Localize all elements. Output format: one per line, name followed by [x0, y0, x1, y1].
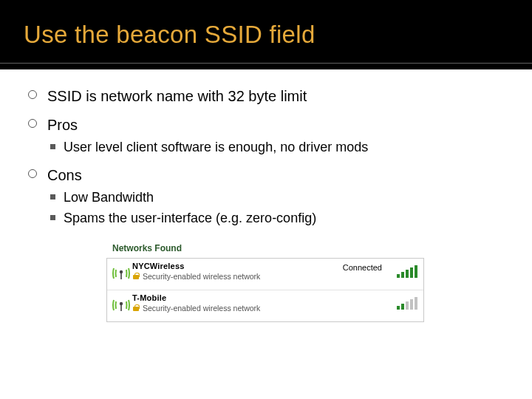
svg-rect-3	[120, 304, 122, 311]
bullet-label: Cons	[47, 167, 82, 183]
sub-bullet-list: User level client software is enough, no…	[47, 139, 504, 156]
lock-icon	[132, 304, 140, 312]
bullet-list: SSID is network name with 32 byte limit …	[28, 87, 504, 227]
network-security: Security-enabled wireless network	[132, 272, 417, 281]
bullet-item: Pros User level client software is enoug…	[28, 116, 504, 156]
network-row: T-Mobile Security-enabled wireless netwo…	[107, 290, 423, 321]
title-divider	[0, 63, 532, 64]
network-security: Security-enabled wireless network	[132, 304, 417, 313]
sub-bullet: User level client software is enough, no…	[47, 139, 504, 156]
sub-bullet: Spams the user-interface (e.g. zero-conf…	[47, 210, 504, 227]
network-status: Connected	[343, 263, 382, 272]
networks-header: Networks Found	[112, 243, 424, 253]
sub-bullet: Low Bandwidth	[47, 189, 504, 206]
bullet-item: SSID is network name with 32 byte limit	[28, 87, 504, 106]
slide-title: Use the beacon SSID field	[24, 21, 316, 49]
wifi-antenna-icon	[112, 263, 131, 285]
network-meta: T-Mobile Security-enabled wireless netwo…	[131, 293, 417, 313]
wifi-antenna-icon	[112, 295, 131, 317]
signal-bars-icon	[397, 265, 417, 278]
title-bar: Use the beacon SSID field	[0, 0, 532, 69]
network-ssid: T-Mobile	[132, 293, 417, 302]
bullet-item: Cons Low Bandwidth Spams the user-interf…	[28, 166, 504, 227]
lock-icon	[132, 273, 140, 280]
networks-widget: Networks Found NYCWireless	[106, 243, 424, 322]
network-security-text: Security-enabled wireless network	[143, 272, 260, 281]
network-security-text: Security-enabled wireless network	[143, 304, 260, 313]
bullet-label: Pros	[47, 117, 78, 133]
signal-bars-icon	[397, 296, 417, 310]
sub-bullet-list: Low Bandwidth Spams the user-interface (…	[47, 189, 504, 227]
slide-body: SSID is network name with 32 byte limit …	[0, 69, 532, 322]
network-row: NYCWireless Security-enabled wireless ne…	[107, 259, 423, 290]
networks-pane: NYCWireless Security-enabled wireless ne…	[106, 258, 424, 322]
svg-rect-1	[120, 273, 122, 279]
